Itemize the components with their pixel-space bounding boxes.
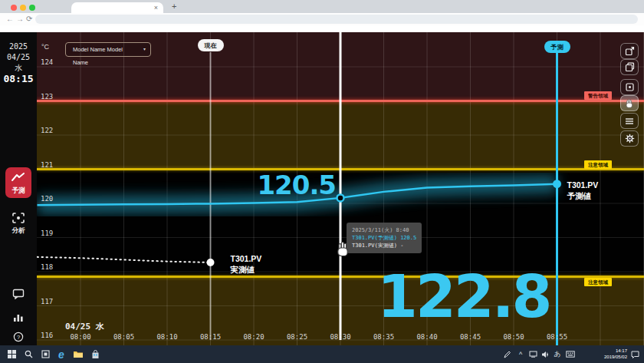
x-tick-label: 08:15 (200, 333, 221, 341)
mac-minimize-button[interactable] (20, 5, 26, 11)
internet-explorer-icon[interactable]: e (54, 345, 69, 363)
y-tick-label: 117 (41, 298, 53, 305)
new-tab-button[interactable]: + (172, 2, 176, 11)
screen: × + ← → ⟳ 2025 04/25 水 08:15 予測 (0, 0, 644, 363)
windows-start-button[interactable] (5, 345, 18, 363)
back-icon[interactable]: ← (6, 15, 14, 24)
x-tick-label: 08:25 (287, 333, 307, 341)
browser-chrome: × + ← → ⟳ (0, 0, 644, 32)
taskbar-clock[interactable]: 14:17 2019/05/02 (604, 348, 627, 360)
compare-layers-button[interactable] (620, 59, 639, 75)
x-tick-label: 08:50 (503, 333, 524, 341)
x-tick-label: 08:45 (460, 333, 481, 341)
y-tick-label: 116 (41, 332, 53, 339)
browser-tab[interactable]: × (71, 2, 163, 13)
settings-gear-button[interactable] (620, 130, 639, 147)
volume-icon[interactable] (540, 345, 550, 363)
warning-zone-badge: 警告領域 (584, 91, 612, 100)
touch-keyboard-icon[interactable] (564, 345, 577, 363)
taskbar-date: 2019/05/02 (604, 354, 627, 360)
now-pill: 現在 (198, 39, 224, 51)
large-value-readout: 122.8 (377, 266, 550, 328)
address-bar[interactable] (35, 15, 638, 24)
x-tick-label: 08:30 (330, 333, 350, 341)
hover-value-readout: 120.5 (251, 170, 336, 200)
tab-strip: × + (0, 0, 644, 13)
sidebar-time: 08:15 (0, 74, 37, 84)
x-tick-label: 08:20 (243, 333, 264, 341)
forward-icon[interactable]: → (16, 15, 24, 24)
chart-tooltip: 2025/3/11(火) 8:40 T301.PV(予測値) 120.5 T30… (347, 223, 422, 253)
list-view-button[interactable] (620, 113, 639, 129)
y-tick-label: 123 (41, 93, 53, 101)
center-focus-button[interactable] (620, 79, 639, 95)
mac-close-button[interactable] (11, 5, 17, 11)
focus-target-icon (12, 212, 25, 224)
pen-icon[interactable] (501, 345, 512, 363)
y-tick-label: 119 (41, 229, 53, 237)
y-tick-label: 124 (41, 58, 53, 66)
y-tick-label: 120 (41, 195, 53, 203)
chart-series (37, 32, 644, 345)
app-window: 2025 04/25 水 08:15 予測 分析 (0, 32, 644, 345)
ime-indicator[interactable]: あ (552, 345, 563, 363)
y-tick-label: 122 (41, 127, 53, 134)
bar-chart-icon[interactable] (0, 312, 37, 325)
pan-hand-button[interactable] (620, 95, 639, 111)
browser-toolbar: ← → ⟳ (0, 13, 644, 25)
y-axis-unit: °C (41, 43, 49, 51)
caution-zone-badge-lower: 注意領域 (584, 278, 612, 286)
mac-zoom-button[interactable] (29, 5, 35, 11)
nav-forecast-label: 予測 (5, 186, 31, 196)
sidebar-year: 2025 (0, 41, 37, 52)
sidebar-datetime: 2025 04/25 水 08:15 (0, 41, 37, 84)
y-tick-label: 118 (41, 263, 53, 271)
action-center-icon[interactable] (629, 345, 641, 363)
help-icon[interactable]: ? (0, 332, 37, 345)
y-tick-label: 121 (41, 161, 53, 169)
windows-taskbar: e ^ あ 14:17 2019/05/02 (0, 345, 644, 363)
x-tick-label: 08:40 (416, 333, 437, 341)
caution-zone-badge-upper: 注意領域 (584, 160, 612, 169)
sidebar: 2025 04/25 水 08:15 予測 分析 (0, 32, 37, 345)
x-tick-label: 08:00 (70, 333, 90, 341)
nav-analysis-label: 分析 (5, 226, 31, 236)
nav-analysis-button[interactable]: 分析 (5, 207, 31, 238)
reload-icon[interactable]: ⟳ (26, 15, 32, 24)
x-tick-label: 08:35 (373, 333, 394, 341)
x-axis-date-label: 04/25 水 (65, 321, 104, 332)
tooltip-actual-value: T301.PV(実測値) - (352, 242, 416, 249)
x-tick-label: 08:10 (156, 333, 177, 341)
mouse-hand-cursor (336, 239, 350, 258)
actual-series-label: T301.PV実測値 (231, 253, 262, 275)
tab-close-icon[interactable]: × (154, 3, 158, 12)
tray-chevron-icon[interactable]: ^ (515, 345, 526, 363)
x-tick-label: 08:05 (113, 333, 134, 341)
search-icon[interactable] (21, 345, 35, 363)
comment-icon[interactable] (0, 289, 37, 302)
taskbar-time: 14:17 (604, 348, 627, 354)
forecast-chart[interactable]: 12412312212112011911811711608:0008:0508:… (37, 32, 644, 345)
store-icon[interactable] (87, 345, 103, 363)
trend-line-icon (11, 172, 26, 183)
tooltip-datetime: 2025/3/11(火) 8:40 (352, 226, 416, 234)
forecast-pill: 予測 (544, 41, 570, 53)
chevron-down-icon: ▾ (143, 43, 146, 56)
sidebar-date: 04/25 (0, 52, 37, 63)
forecast-series-label: T301.PV予測値 (567, 180, 599, 201)
model-select[interactable]: Model Name Model Name ▾ (65, 42, 151, 57)
task-view-icon[interactable] (38, 345, 52, 363)
sidebar-weekday: 水 (0, 63, 37, 74)
svg-text:?: ? (17, 334, 20, 341)
file-explorer-icon[interactable] (71, 345, 86, 363)
zoom-select-button[interactable] (620, 43, 639, 59)
tooltip-forecast-value: T301.PV(予測値) 120.5 (352, 234, 416, 242)
nav-forecast-button[interactable]: 予測 (5, 167, 31, 198)
network-icon[interactable] (527, 345, 538, 363)
x-tick-label: 08:55 (547, 333, 567, 341)
